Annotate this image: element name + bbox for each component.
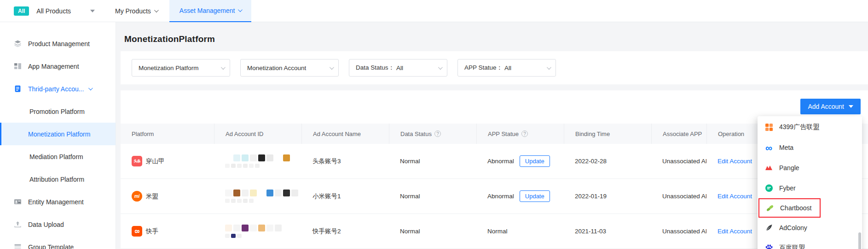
table-row-data-status: Normal xyxy=(389,144,476,179)
table-card: Add Account Platform Ad Account ID Ad Ac… xyxy=(121,90,868,249)
table-row-data-status: Normal xyxy=(389,179,476,214)
nav-my-products[interactable]: My Products xyxy=(115,7,157,15)
chevron-down-icon xyxy=(438,65,443,70)
table-row-associate-app: Unassociated APP xyxy=(651,214,706,249)
accounts-table: Platform Ad Account ID Ad Account Name D… xyxy=(121,124,868,249)
dropdown-item-baidu[interactable]: du 百度联盟 xyxy=(758,238,862,249)
top-nav: All All Products My Products Asset Manag… xyxy=(0,0,868,22)
dropdown-scrollbar[interactable] xyxy=(858,232,861,249)
col-header-platform: Platform xyxy=(121,124,214,144)
sidebar-item-entity-management[interactable]: Entity Management xyxy=(0,190,116,213)
redacted-account-id xyxy=(225,190,298,203)
dropdown-item-pangle[interactable]: Pangle xyxy=(758,158,862,178)
chevron-down-icon xyxy=(238,7,243,12)
edit-account-link[interactable]: Edit Account xyxy=(718,158,752,165)
meta-logo-icon: ∞ xyxy=(764,143,773,152)
col-header-data-status: Data Status? xyxy=(389,124,476,144)
table-row-binding-time: 2022-02-28 xyxy=(564,144,651,179)
chevron-down-icon xyxy=(88,86,93,90)
chevron-down-icon xyxy=(330,65,334,70)
baidu-logo-icon: du xyxy=(764,244,773,249)
filter-bar: Monetization Platform Monetization Accou… xyxy=(121,51,868,84)
template-icon xyxy=(14,243,22,249)
toutiao-logo-icon: 头条 xyxy=(132,156,142,166)
col-header-ad-account-name: Ad Account Name xyxy=(301,124,389,144)
help-icon[interactable]: ? xyxy=(521,130,528,137)
sidebar-item-app-management[interactable]: App Management xyxy=(0,55,116,77)
sidebar-item-product-management[interactable]: Product Management xyxy=(0,32,116,55)
sidebar-item-group-template[interactable]: Group Template xyxy=(0,236,116,249)
select-monetization-platform[interactable]: Monetization Platform xyxy=(132,59,230,77)
table-row-associate-app: Unassociated APP xyxy=(651,179,706,214)
pangle-logo-icon xyxy=(764,164,773,172)
toolbar: Add Account xyxy=(121,90,868,114)
table-row-binding-time: 2022-01-19 xyxy=(564,179,651,214)
nav-all-products[interactable]: All Products xyxy=(36,7,71,15)
mi-logo-icon: mi xyxy=(132,191,142,202)
4399-logo-icon xyxy=(764,123,773,132)
chevron-down-icon xyxy=(154,8,159,12)
table-row-data-status: Normal xyxy=(389,214,476,249)
table-row-platform: 头条穿山甲 xyxy=(121,144,214,179)
edit-account-link[interactable]: Edit Account xyxy=(718,228,752,235)
table-row-account-name: 小米账号1 xyxy=(301,179,389,214)
help-icon[interactable]: ? xyxy=(434,130,441,137)
table-row-app-statue: AbnormalUpdate xyxy=(476,179,564,214)
table-row-account-id xyxy=(214,144,301,179)
all-badge[interactable]: All xyxy=(14,6,29,16)
main-content: MonetizationPlatform Monetization Platfo… xyxy=(116,22,868,249)
clipboard-icon xyxy=(14,85,22,93)
edit-account-link[interactable]: Edit Account xyxy=(718,193,752,200)
table-row-associate-app: Unassociated APP xyxy=(651,144,706,179)
table-row-platform: 8快手 xyxy=(121,214,214,249)
dropdown-item-adcolony[interactable]: AdColony xyxy=(758,218,862,238)
sidebar-item-promotion-platform[interactable]: Promotion Platform xyxy=(0,100,116,123)
table-row-platform: mi米盟 xyxy=(121,179,214,214)
chevron-down-icon xyxy=(221,65,226,70)
table-row-app-statue: Normal xyxy=(476,214,564,249)
adcolony-logo-icon xyxy=(764,224,773,232)
select-data-status[interactable]: Data Status： All xyxy=(349,59,447,77)
col-header-binding-time: Binding Time xyxy=(564,124,651,144)
dropdown-item-4399[interactable]: 4399广告联盟 xyxy=(758,117,862,137)
update-button[interactable]: Update xyxy=(520,190,550,202)
col-header-app-statue: APP Statue? xyxy=(476,124,564,144)
col-header-associate-app: Associate APP xyxy=(651,124,706,144)
sidebar: Product Management App Management Thrid-… xyxy=(0,22,116,249)
id-card-icon xyxy=(14,198,22,206)
sidebar-item-third-party-account[interactable]: Thrid-party Accou... xyxy=(0,77,116,100)
dropdown-item-chartboost[interactable]: Chartboost xyxy=(758,198,821,218)
sidebar-item-monetization-platform[interactable]: Monetization Platform xyxy=(0,123,116,145)
dropdown-item-fyber[interactable]: Fyber xyxy=(758,178,862,198)
update-button[interactable]: Update xyxy=(520,155,550,167)
add-account-button[interactable]: Add Account xyxy=(800,99,861,114)
caret-down-icon xyxy=(849,105,853,108)
sidebar-item-attribution-platform[interactable]: Attribution Platform xyxy=(0,168,116,190)
page-title: MonetizationPlatform xyxy=(124,34,868,44)
table-row-account-name: 快手账号2 xyxy=(301,214,389,249)
redacted-account-id xyxy=(225,225,282,238)
chevron-down-icon xyxy=(547,65,551,70)
kuaishou-logo-icon: 8 xyxy=(132,226,142,237)
grid-icon xyxy=(14,62,22,70)
table-row-binding-time: 2021-11-03 xyxy=(564,214,651,249)
dropdown-item-meta[interactable]: ∞ Meta xyxy=(758,137,862,158)
select-monetization-account[interactable]: Monetization Account xyxy=(240,59,339,77)
layers-icon xyxy=(14,40,22,47)
fyber-logo-icon xyxy=(764,184,773,193)
caret-down-icon[interactable] xyxy=(90,10,95,12)
table-row-app-statue: AbnormalUpdate xyxy=(476,144,564,179)
select-app-statue[interactable]: APP Statue： All xyxy=(457,59,556,77)
chartboost-logo-icon xyxy=(765,204,774,213)
table-row-account-id xyxy=(214,214,301,249)
sidebar-item-mediation-platform[interactable]: Mediation Platform xyxy=(0,145,116,168)
table-row-account-name: 头条账号3 xyxy=(301,144,389,179)
table-row-account-id xyxy=(214,179,301,214)
redacted-account-id xyxy=(225,154,290,168)
sidebar-item-data-upload[interactable]: Data Upload xyxy=(0,213,116,236)
upload-icon xyxy=(14,220,22,228)
col-header-ad-account-id: Ad Account ID xyxy=(214,124,301,144)
nav-tab-asset-management[interactable]: Asset Management xyxy=(169,0,252,22)
add-account-dropdown: 4399广告联盟 ∞ Meta Pangle Fyber Chartboost … xyxy=(758,116,862,249)
